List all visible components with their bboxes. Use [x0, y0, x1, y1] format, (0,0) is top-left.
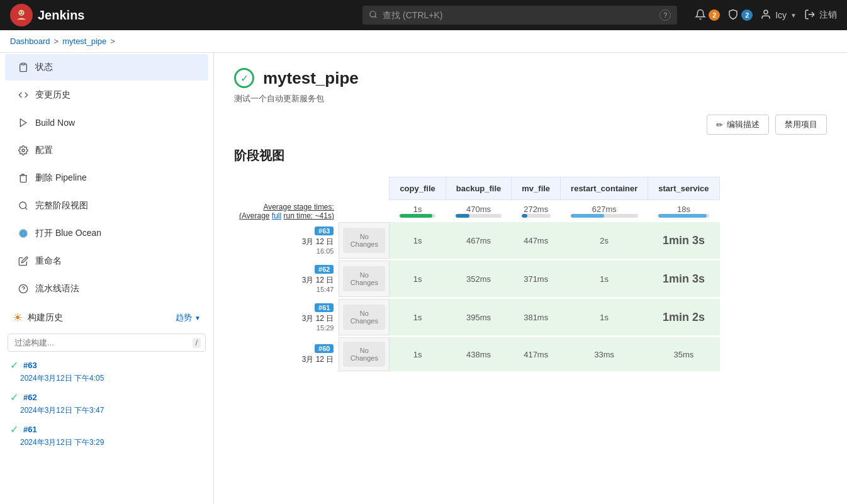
stage-60-copy-file[interactable]: 1s: [390, 338, 446, 371]
disable-project-button[interactable]: 禁用项目: [775, 115, 827, 135]
stage-63-copy-file[interactable]: 1s: [390, 223, 446, 259]
avg-label1: Average stage times:: [263, 203, 334, 211]
stage-60-backup-file[interactable]: 438ms: [446, 338, 512, 371]
help-icon[interactable]: ?: [659, 9, 671, 21]
settings-icon: [18, 145, 29, 156]
stage-60-start-service[interactable]: 35ms: [648, 338, 719, 371]
no-changes-cell-60: NoChanges: [339, 338, 390, 371]
change-history-label: 变更历史: [35, 89, 70, 101]
stage-62-backup-file[interactable]: 352ms: [446, 261, 512, 297]
stage-63-start-service[interactable]: 1min 3s: [648, 223, 719, 259]
no-changes-label-62: NoChanges: [343, 266, 385, 291]
avg-copy-file: 1s: [390, 200, 446, 223]
user-dropdown-icon: ▼: [790, 12, 797, 19]
build-now-label: Build Now: [35, 118, 75, 128]
build-date-62[interactable]: 2024年3月12日 下午3:47: [20, 406, 104, 415]
avg-label3[interactable]: full: [272, 211, 281, 220]
build-date-63[interactable]: 2024年3月12日 下午4:05: [20, 374, 104, 383]
search-icon: [369, 10, 378, 21]
stage-60-restart-container[interactable]: 33ms: [561, 338, 648, 371]
stage-61-start-service[interactable]: 1min 2s: [648, 300, 719, 335]
trash-icon: [18, 172, 29, 184]
stage-62-mv-file[interactable]: 371ms: [512, 261, 561, 297]
no-changes-label-60: NoChanges: [343, 342, 385, 367]
pencil-icon: ✏: [716, 120, 723, 130]
search-icon: [18, 200, 29, 211]
stage-63-backup-file[interactable]: 467ms: [446, 223, 512, 259]
logout-button[interactable]: 注销: [804, 9, 837, 22]
stage-61-restart-container[interactable]: 1s: [561, 300, 648, 335]
filter-builds-input[interactable]: [8, 333, 206, 352]
breadcrumb-dashboard[interactable]: Dashboard: [10, 36, 50, 46]
build-date-61[interactable]: 2024年3月12日 下午3:29: [20, 438, 104, 447]
build-date-60-stage: 3月 12 日: [239, 354, 334, 365]
jenkins-avatar-icon: [10, 4, 33, 26]
stage-62-copy-file[interactable]: 1s: [390, 261, 446, 297]
stage-62-restart-container[interactable]: 1s: [561, 261, 648, 297]
shield-badge: 2: [741, 9, 753, 21]
pipeline-syntax-label: 流水线语法: [35, 283, 79, 294]
edit-icon: [18, 255, 29, 267]
breadcrumb-sep1: >: [54, 36, 59, 46]
svg-point-2: [22, 12, 23, 13]
sidebar-item-config[interactable]: 配置: [5, 137, 208, 164]
edit-description-button[interactable]: ✏ 编辑描述: [707, 115, 769, 135]
build-num-63[interactable]: #63: [23, 361, 37, 370]
project-header: ✓ mytest_pipe: [234, 68, 827, 88]
header-actions: 2 2 Icy ▼ 注销: [695, 9, 837, 22]
sidebar-item-pipeline-syntax[interactable]: 流水线语法: [5, 276, 208, 302]
jenkins-logo[interactable]: Jenkins: [10, 4, 84, 26]
filter-input-wrap: /: [0, 330, 213, 356]
user-menu[interactable]: Icy ▼: [760, 9, 797, 22]
build-badge-60[interactable]: #60: [315, 344, 334, 353]
stage-63-mv-file[interactable]: 447ms: [512, 223, 561, 259]
build-info-62: #62 3月 12 日 15:47: [234, 261, 339, 297]
stage-61-backup-file[interactable]: 395ms: [446, 300, 512, 335]
notifications-button[interactable]: 2: [695, 9, 720, 22]
sidebar-item-full-stage-view[interactable]: 完整阶段视图: [5, 193, 208, 219]
avg-restart-container: 627ms: [561, 200, 648, 223]
build-item-63: ✓ #63 2024年3月12日 下午4:05: [0, 356, 213, 388]
stage-header-restart-container: restart_container: [561, 177, 648, 200]
security-button[interactable]: 2: [727, 9, 753, 22]
build-badge-62[interactable]: #62: [315, 265, 334, 274]
project-description: 测试一个自动更新服务包: [234, 93, 827, 104]
search-bar[interactable]: ?: [362, 6, 677, 25]
trend-button[interactable]: 趋势 ▼: [176, 312, 201, 323]
avg-label2: (Average: [239, 211, 269, 220]
sidebar-item-delete-pipeline[interactable]: 删除 Pipeline: [5, 165, 208, 191]
sidebar-item-change-history[interactable]: 变更历史: [5, 82, 208, 108]
stage-header-empty: [234, 177, 339, 200]
code-icon: [18, 89, 29, 101]
build-badge-61[interactable]: #61: [315, 303, 334, 312]
breadcrumb-project[interactable]: mytest_pipe: [62, 36, 106, 46]
build-success-icon-61: ✓: [10, 423, 18, 435]
trend-label: 趋势: [176, 312, 192, 323]
stage-62-start-service[interactable]: 1min 3s: [648, 261, 719, 297]
avg-backup-file: 470ms: [446, 200, 512, 223]
filter-slash: /: [193, 338, 201, 348]
stage-header-copy-file: copy_file: [390, 177, 446, 200]
svg-point-14: [22, 232, 25, 235]
stage-61-mv-file[interactable]: 381ms: [512, 300, 561, 335]
sidebar-item-rename[interactable]: 重命名: [5, 248, 208, 274]
no-changes-label-61: NoChanges: [343, 305, 385, 330]
sidebar-item-open-blue-ocean[interactable]: 打开 Blue Ocean: [5, 220, 208, 247]
build-num-61[interactable]: #61: [23, 425, 37, 434]
project-status-icon: ✓: [234, 68, 254, 88]
stage-63-restart-container[interactable]: 2s: [561, 223, 648, 259]
search-input[interactable]: [383, 10, 654, 20]
stage-61-copy-file[interactable]: 1s: [390, 300, 446, 335]
build-badge-63[interactable]: #63: [315, 227, 334, 235]
no-changes-cell-63: NoChanges: [339, 223, 390, 259]
stage-60-mv-file[interactable]: 417ms: [512, 338, 561, 371]
svg-point-5: [764, 10, 768, 14]
sidebar-item-status[interactable]: 状态: [5, 54, 208, 81]
question-icon: [18, 283, 29, 294]
sidebar-item-build-now[interactable]: Build Now: [5, 109, 208, 136]
build-item-62: ✓ #62 2024年3月12日 下午3:47: [0, 388, 213, 420]
svg-point-9: [22, 149, 25, 152]
build-date-61-stage: 3月 12 日: [239, 313, 334, 324]
build-num-62[interactable]: #62: [23, 393, 37, 402]
config-label: 配置: [35, 145, 53, 156]
